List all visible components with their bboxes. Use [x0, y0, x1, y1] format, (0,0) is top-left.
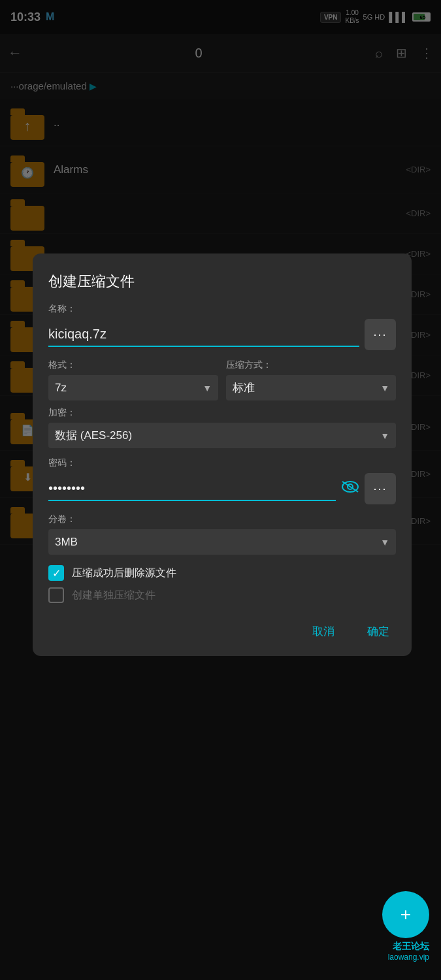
password-input[interactable]: [48, 477, 336, 501]
name-row: ···: [48, 319, 396, 350]
name-input[interactable]: [48, 323, 359, 347]
checkbox2-row[interactable]: 创建单独压缩文件: [48, 587, 396, 603]
checkbox1-row[interactable]: ✓ 压缩成功后删除源文件: [48, 565, 396, 581]
encryption-select[interactable]: 数据 (AES-256) 无: [48, 423, 396, 448]
dots-icon: ···: [373, 328, 387, 342]
create-archive-dialog: 创建压缩文件 名称： ··· 格式： 7z zip tar ▼ 压缩方式： 标准: [33, 253, 412, 656]
split-select[interactable]: 3MB 1MB 5MB: [48, 529, 396, 555]
name-label: 名称：: [48, 303, 396, 315]
checkbox2-box[interactable]: [48, 587, 64, 603]
format-select-wrapper: 7z zip tar ▼: [48, 375, 218, 400]
checkbox1-label: 压缩成功后删除源文件: [72, 566, 176, 580]
compression-select-wrapper: 标准 最大 最快 ▼: [226, 375, 396, 400]
split-select-wrapper: 3MB 1MB 5MB ▼: [48, 529, 396, 555]
encryption-select-wrapper: 数据 (AES-256) 无 ▼: [48, 423, 396, 448]
format-label: 格式：: [48, 359, 218, 371]
confirm-button[interactable]: 确定: [361, 620, 396, 643]
encryption-label: 加密：: [48, 407, 396, 419]
compression-label: 压缩方式：: [226, 359, 396, 371]
compression-select[interactable]: 标准 最大 最快: [226, 375, 396, 400]
cancel-button[interactable]: 取消: [306, 620, 341, 643]
watermark: + 老王论坛 laowang.vip: [382, 891, 429, 962]
password-label: 密码：: [48, 457, 396, 469]
watermark-brand: 老王论坛: [382, 941, 429, 953]
eye-icon[interactable]: [341, 480, 359, 497]
format-field: 格式： 7z zip tar ▼: [48, 359, 218, 400]
format-select[interactable]: 7z zip tar: [48, 375, 218, 400]
password-options-button[interactable]: ···: [365, 473, 396, 504]
dialog-title: 创建压缩文件: [48, 272, 396, 291]
checkmark1: ✓: [52, 567, 61, 580]
dialog-footer: 取消 确定: [48, 615, 396, 643]
password-dots-icon: ···: [373, 482, 387, 496]
split-label: 分卷：: [48, 514, 396, 525]
password-row: ···: [48, 473, 396, 504]
watermark-url: laowang.vip: [382, 953, 429, 962]
format-compression-row: 格式： 7z zip tar ▼ 压缩方式： 标准 最大 最快 ▼: [48, 359, 396, 400]
name-options-button[interactable]: ···: [365, 319, 396, 350]
checkbox1-box[interactable]: ✓: [48, 565, 64, 581]
compression-field: 压缩方式： 标准 最大 最快 ▼: [226, 359, 396, 400]
watermark-plus-icon: +: [400, 906, 411, 924]
checkbox2-label: 创建单独压缩文件: [72, 589, 155, 602]
watermark-circle: +: [382, 891, 429, 938]
